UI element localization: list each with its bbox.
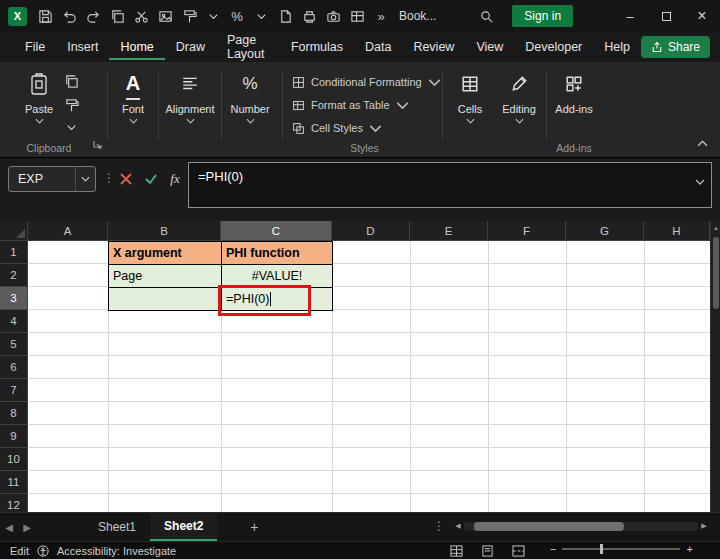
clipboard-options-icon[interactable] (64, 120, 79, 135)
collapse-ribbon-icon[interactable] (697, 133, 708, 151)
cells-group-button[interactable]: Cells (448, 68, 492, 146)
editing-group-button[interactable]: Editing (496, 68, 542, 146)
cell-c1[interactable]: PHI function (221, 241, 333, 265)
dropdown-chevron-icon[interactable] (249, 4, 273, 28)
formula-bar-grip-icon[interactable]: ⋮ (103, 171, 115, 185)
spreadsheet-grid[interactable]: X argument PHI function Page #VALUE! =PH… (28, 241, 710, 512)
maximize-button[interactable] (648, 0, 684, 32)
add-sheet-button[interactable]: + (241, 513, 267, 541)
scroll-up-icon[interactable]: ▲ (711, 221, 720, 235)
camera-icon[interactable] (321, 4, 345, 28)
tab-page-layout[interactable]: Page Layout (216, 27, 280, 67)
cell-b2[interactable]: Page (108, 264, 222, 288)
cell-b3[interactable] (108, 287, 222, 311)
minimize-button[interactable]: – (612, 0, 648, 32)
sheet-nav-right-icon[interactable]: ▶ (18, 513, 36, 541)
sheet-tab-sheet1[interactable]: Sheet1 (84, 513, 150, 541)
addins-button[interactable]: Add-ins (551, 68, 597, 146)
row-header-2[interactable]: 2 (0, 264, 28, 287)
row-header-9[interactable]: 9 (0, 425, 28, 448)
font-group-button[interactable]: A Font (112, 68, 154, 146)
tab-home[interactable]: Home (109, 34, 164, 60)
copy-small-icon[interactable] (64, 74, 79, 89)
format-painter-small-icon[interactable] (64, 98, 79, 113)
column-header-e[interactable]: E (410, 221, 488, 241)
horizontal-scrollbar-track[interactable] (464, 522, 698, 531)
insert-function-button[interactable]: fx (164, 168, 186, 190)
tab-review[interactable]: Review (402, 34, 465, 60)
name-box-dropdown-icon[interactable] (75, 167, 95, 191)
name-box[interactable]: EXP (8, 166, 96, 192)
excel-app-icon[interactable]: X (8, 7, 27, 26)
tab-data[interactable]: Data (354, 34, 402, 60)
page-layout-view-icon[interactable] (481, 543, 494, 559)
row-header-1[interactable]: 1 (0, 241, 28, 264)
number-group-button[interactable]: % Number (227, 68, 273, 146)
tab-help[interactable]: Help (593, 34, 641, 60)
normal-view-icon[interactable] (450, 543, 463, 559)
expand-formula-bar-icon[interactable] (695, 171, 705, 189)
format-painter-icon[interactable] (177, 4, 201, 28)
sign-in-button[interactable]: Sign in (512, 5, 573, 27)
qat-overflow-icon[interactable]: » (369, 4, 393, 28)
paste-button[interactable]: Paste (18, 68, 60, 146)
zoom-slider-thumb[interactable] (600, 544, 603, 554)
column-header-b[interactable]: B (108, 221, 221, 241)
select-all-button[interactable] (0, 221, 28, 241)
dropdown-chevron-icon[interactable] (201, 4, 225, 28)
row-header-4[interactable]: 4 (0, 310, 28, 333)
scroll-right-icon[interactable]: ▶ (698, 522, 710, 530)
table-icon[interactable] (345, 4, 369, 28)
tab-view[interactable]: View (465, 34, 514, 60)
sheet-tab-sheet2[interactable]: Sheet2 (150, 513, 217, 541)
copy-icon[interactable] (105, 4, 129, 28)
column-header-f[interactable]: F (488, 221, 566, 241)
cut-icon[interactable] (129, 4, 153, 28)
format-as-table-button[interactable]: Format as Table (292, 95, 409, 115)
tab-developer[interactable]: Developer (514, 34, 593, 60)
number-format-icon[interactable]: % (225, 4, 249, 28)
tab-insert[interactable]: Insert (56, 34, 109, 60)
tab-draw[interactable]: Draw (165, 34, 216, 60)
cancel-button[interactable] (115, 168, 137, 190)
share-button[interactable]: Share (641, 36, 710, 58)
column-header-h[interactable]: H (644, 221, 710, 241)
clipboard-dialog-launcher-icon[interactable] (92, 135, 102, 153)
close-button[interactable]: × (684, 0, 720, 32)
vertical-scrollbar[interactable]: ▲ (710, 221, 720, 512)
row-header-8[interactable]: 8 (0, 402, 28, 425)
row-header-7[interactable]: 7 (0, 379, 28, 402)
row-header-11[interactable]: 11 (0, 471, 28, 494)
zoom-in-icon[interactable]: + (686, 543, 692, 555)
new-file-icon[interactable] (273, 4, 297, 28)
tab-file[interactable]: File (14, 34, 56, 60)
save-icon[interactable] (33, 4, 57, 28)
print-icon[interactable] (297, 4, 321, 28)
column-header-g[interactable]: G (566, 221, 644, 241)
scroll-left-icon[interactable]: ◀ (452, 522, 464, 530)
row-header-6[interactable]: 6 (0, 356, 28, 379)
column-header-d[interactable]: D (332, 221, 410, 241)
enter-button[interactable] (140, 168, 162, 190)
undo-icon[interactable] (57, 4, 81, 28)
column-header-c[interactable]: C (221, 221, 332, 241)
horizontal-scrollbar-thumb[interactable] (474, 522, 624, 531)
alignment-group-button[interactable]: Alignment (163, 68, 217, 146)
search-icon[interactable] (474, 4, 498, 28)
formula-input[interactable]: =PHI(0) (188, 162, 712, 208)
row-header-5[interactable]: 5 (0, 333, 28, 356)
zoom-out-icon[interactable]: − (550, 543, 556, 555)
cell-styles-button[interactable]: Cell Styles (292, 118, 382, 138)
vertical-scrollbar-thumb[interactable] (713, 237, 719, 309)
row-header-10[interactable]: 10 (0, 448, 28, 471)
column-header-a[interactable]: A (28, 221, 108, 241)
page-break-view-icon[interactable] (512, 543, 525, 559)
sheet-nav-left-icon[interactable]: ◀ (0, 513, 18, 541)
sheet-bar-options-icon[interactable]: ⋮ (433, 519, 445, 533)
conditional-formatting-button[interactable]: Conditional Formatting (292, 72, 441, 92)
cell-b1[interactable]: X argument (108, 241, 222, 265)
redo-icon[interactable] (81, 4, 105, 28)
accessibility-status[interactable]: Accessibility: Investigate (57, 545, 176, 557)
picture-icon[interactable] (153, 4, 177, 28)
tab-formulas[interactable]: Formulas (280, 34, 354, 60)
